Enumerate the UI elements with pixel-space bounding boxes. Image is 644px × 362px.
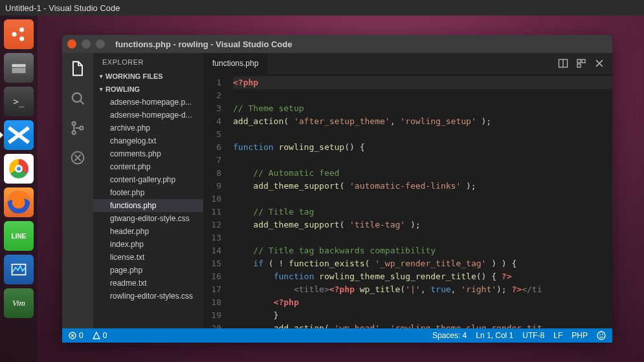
window-maximize-button[interactable] — [96, 39, 105, 48]
file-item[interactable]: readme.txt — [93, 277, 203, 290]
svg-rect-4 — [12, 68, 26, 73]
launcher-line[interactable]: LINE — [4, 221, 34, 251]
editor-area: functions.php 12345678910111213141516171… — [203, 53, 612, 328]
file-item[interactable]: comments.php — [93, 147, 203, 160]
svg-point-0 — [12, 32, 17, 37]
topbar-title: Untitled-1 - Visual Studio Code — [5, 3, 120, 13]
file-item[interactable]: license.txt — [93, 251, 203, 264]
file-item[interactable]: adsense-homepage-d... — [93, 109, 203, 122]
activity-bar — [62, 53, 93, 328]
file-item[interactable]: rowling-editor-styles.css — [93, 290, 203, 303]
status-bar: 0 0 Spaces: 4 Ln 1, Col 1 UTF-8 LF PHP — [62, 328, 612, 343]
file-item[interactable]: footer.php — [93, 186, 203, 199]
svg-point-17 — [597, 332, 605, 339]
svg-rect-15 — [577, 64, 581, 67]
file-item[interactable]: content.php — [93, 160, 203, 173]
status-errors[interactable]: 0 — [69, 331, 83, 340]
activity-git-icon[interactable] — [69, 119, 87, 137]
status-eol[interactable]: LF — [553, 331, 562, 340]
activity-search-icon[interactable] — [69, 89, 87, 107]
launcher-files[interactable] — [4, 53, 34, 83]
line-gutter: 123456789101112131415161718192021 — [203, 74, 228, 328]
section-project-label: ROWLING — [105, 85, 140, 93]
svg-point-10 — [80, 126, 83, 129]
svg-point-2 — [19, 37, 24, 41]
section-working-files[interactable]: WORKING FILES — [93, 70, 203, 83]
svg-point-19 — [602, 334, 603, 335]
launcher-firefox[interactable] — [4, 187, 34, 217]
file-item[interactable]: functions.php — [93, 199, 203, 212]
svg-rect-13 — [577, 59, 581, 63]
tab-label: functions.php — [212, 59, 258, 68]
vscode-window: functions.php - rowling - Visual Studio … — [62, 35, 612, 343]
tab-functions-php[interactable]: functions.php — [203, 53, 268, 74]
window-minimize-button[interactable] — [82, 39, 91, 48]
file-item[interactable]: content-gallery.php — [93, 173, 203, 186]
svg-point-8 — [72, 122, 76, 125]
launcher-vim[interactable]: Vim — [4, 288, 34, 318]
status-errors-count: 0 — [79, 331, 83, 340]
file-item[interactable]: gtwang-editor-style.css — [93, 212, 203, 225]
status-spaces[interactable]: Spaces: 4 — [432, 331, 467, 340]
launcher-system-monitor[interactable] — [4, 255, 34, 284]
file-item[interactable]: adsense-homepage.p... — [93, 96, 203, 109]
file-item[interactable]: page.php — [93, 264, 203, 277]
split-editor-icon[interactable] — [558, 58, 568, 69]
svg-point-7 — [72, 93, 82, 102]
status-warnings-count: 0 — [103, 331, 107, 340]
launcher-terminal[interactable]: >_ — [4, 87, 34, 116]
status-language[interactable]: PHP — [572, 331, 588, 340]
svg-point-1 — [19, 28, 24, 32]
status-feedback-icon[interactable] — [597, 331, 606, 340]
section-working-files-label: WORKING FILES — [105, 72, 163, 80]
status-warnings[interactable]: 0 — [93, 331, 107, 340]
more-actions-icon[interactable] — [576, 58, 586, 69]
status-position[interactable]: Ln 1, Col 1 — [476, 331, 513, 340]
editor-tabs: functions.php — [203, 53, 612, 74]
launcher-chrome[interactable] — [4, 154, 34, 184]
status-encoding[interactable]: UTF-8 — [522, 331, 544, 340]
svg-rect-3 — [12, 64, 26, 67]
file-item[interactable]: changelog.txt — [93, 134, 203, 147]
svg-point-9 — [72, 131, 76, 134]
activity-explorer-icon[interactable] — [69, 59, 87, 78]
file-item[interactable]: archive.php — [93, 122, 203, 134]
file-item[interactable]: header.php — [93, 225, 203, 238]
explorer-sidebar: EXPLORER WORKING FILES ROWLING adsense-h… — [93, 53, 203, 328]
window-titlebar[interactable]: functions.php - rowling - Visual Studio … — [62, 35, 612, 53]
section-project[interactable]: ROWLING — [93, 83, 203, 96]
ubuntu-topbar: Untitled-1 - Visual Studio Code — [0, 0, 644, 16]
close-editor-icon[interactable] — [594, 58, 605, 69]
activity-debug-icon[interactable] — [69, 149, 87, 167]
launcher-ubuntu-dash[interactable] — [4, 19, 34, 49]
ubuntu-launcher: >_ LINE Vim — [0, 16, 38, 362]
svg-point-18 — [599, 334, 601, 335]
launcher-vscode[interactable] — [4, 120, 34, 150]
code-content[interactable]: <?php // Theme setupadd_action( 'after_s… — [228, 74, 612, 328]
file-item[interactable]: index.php — [93, 238, 203, 251]
file-list: adsense-homepage.p...adsense-homepage-d.… — [93, 96, 203, 303]
window-close-button[interactable] — [67, 39, 76, 48]
explorer-title: EXPLORER — [93, 53, 203, 70]
svg-rect-14 — [582, 59, 585, 63]
code-editor[interactable]: 123456789101112131415161718192021 <?php … — [203, 74, 612, 328]
window-title: functions.php - rowling - Visual Studio … — [115, 39, 292, 49]
